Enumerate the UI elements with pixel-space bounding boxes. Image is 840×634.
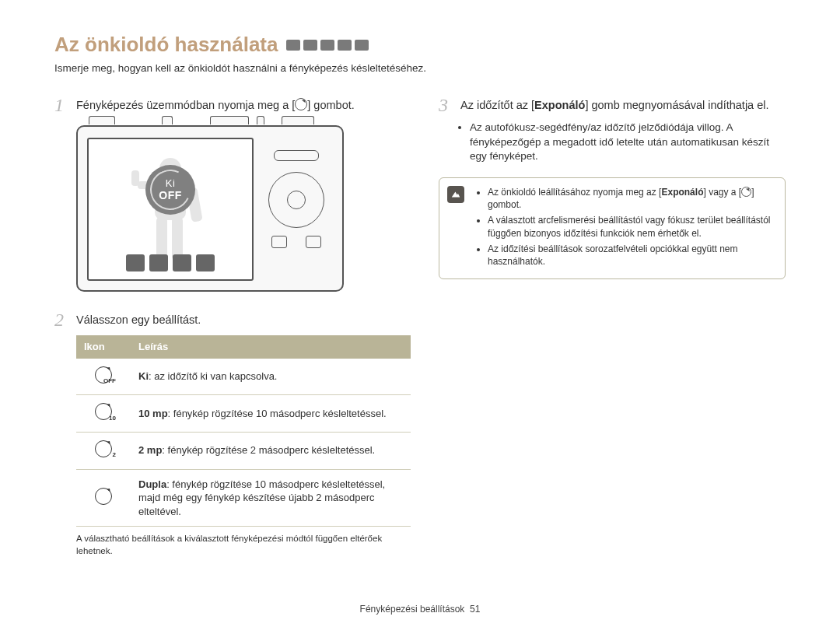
mode-icon [303, 40, 317, 51]
step-1: 1 Fényképezés üzemmódban nyomja meg a []… [54, 96, 411, 292]
table-row: 2 2 mp: fénykép rögzítése 2 másodperc ké… [76, 432, 411, 469]
settings-table: Ikon Leírás OFF Ki: az időzítő ki van ka… [76, 335, 411, 527]
text: ] gombot. [307, 99, 354, 111]
tip-item: Az önkioldó leállításához nyomja meg az … [488, 186, 774, 211]
timer-2-icon: 2 [95, 440, 112, 457]
label: Ki [138, 370, 149, 382]
label: Dupla [138, 478, 166, 490]
step-text: Az időzítőt az [Exponáló] gomb megnyomás… [460, 96, 769, 114]
timer-double-icon [95, 488, 112, 505]
timer-icon [295, 98, 307, 110]
mode-icon [320, 40, 334, 51]
table-row: 10 10 mp: fénykép rögzítése 10 másodperc… [76, 395, 411, 433]
desc: : fénykép rögzítése 10 másodperc késlelt… [168, 408, 387, 419]
page-title: Az önkioldó használata [54, 31, 278, 58]
desc: : fénykép rögzítése 10 másodperc késlelt… [138, 478, 385, 517]
table-note: A választható beállítások a kiválasztott… [76, 533, 403, 557]
step-number: 3 [439, 96, 453, 114]
text: Az önkioldó leállításához nyomja meg az … [488, 187, 661, 198]
note-icon [447, 186, 464, 203]
text: Fényképezés üzemmódban nyomja meg a [ [76, 99, 295, 111]
camera-controls [258, 150, 334, 248]
table-row: Dupla: fénykép rögzítése 10 másodperc ké… [76, 469, 411, 527]
tip-item: Az időzítési beállítások sorozatfelvétel… [488, 243, 774, 268]
text: Az időzítőt az [ [460, 99, 534, 111]
step-2: 2 Válasszon egy beállítást. Ikon Leírás [54, 310, 411, 557]
tip-box: Az önkioldó leállításához nyomja meg az … [439, 177, 786, 279]
text-strong: Exponáló [534, 99, 585, 111]
bullet-text: Az autofókusz-segédfény/az időzítő jelző… [470, 121, 786, 163]
page-footer: Fényképezési beállítások 51 [0, 603, 840, 615]
label: 2 mp [138, 444, 162, 456]
timer-10-icon: 10 [95, 403, 112, 420]
step-3: 3 Az időzítőt az [Exponáló] gomb megnyom… [439, 96, 786, 279]
footer-label: Fényképezési beállítások [360, 604, 465, 615]
tip-item: A választott arcfelismerési beállítástól… [488, 214, 774, 239]
desc: : fénykép rögzítése 2 másodperc késlelte… [162, 444, 375, 456]
footer-page: 51 [470, 604, 480, 615]
timer-dial-icon: Ki OFF [145, 165, 195, 215]
mode-icon [286, 40, 300, 51]
mode-icons [286, 40, 369, 51]
text: ] vagy a [ [703, 187, 741, 198]
desc: : az időzítő ki van kapcsolva. [149, 370, 277, 382]
mode-icon [338, 40, 352, 51]
step-text: Válasszon egy beállítást. [76, 310, 201, 328]
step-text: Fényképezés üzemmódban nyomja meg a [] g… [76, 96, 355, 114]
step-number: 2 [54, 310, 68, 329]
table-row: OFF Ki: az időzítő ki van kapcsolva. [76, 359, 411, 395]
subtitle: Ismerje meg, hogyan kell az önkioldót ha… [54, 61, 786, 75]
mode-icon [355, 40, 369, 51]
text-strong: Exponáló [661, 187, 703, 198]
label: 10 mp [138, 408, 168, 419]
timer-off-icon: OFF [95, 366, 112, 384]
text: ] gomb megnyomásával indíthatja el. [585, 99, 768, 111]
th-icon: Ikon [76, 335, 131, 359]
timer-icon [741, 187, 751, 197]
step-number: 1 [54, 96, 68, 114]
camera-illustration: Ki OFF [76, 125, 411, 292]
th-desc: Leírás [131, 335, 411, 359]
